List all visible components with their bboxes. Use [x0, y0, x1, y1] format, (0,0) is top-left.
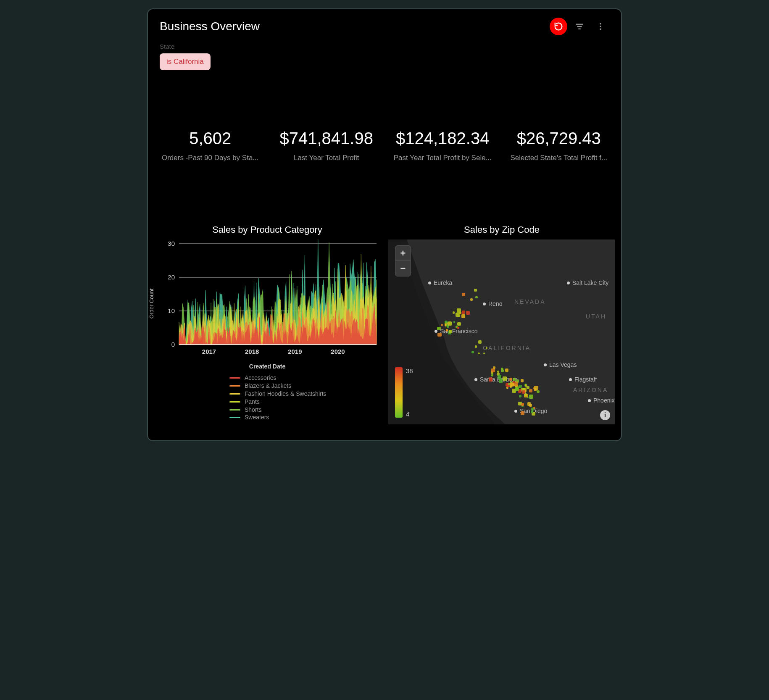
svg-text:2020: 2020 [331, 348, 345, 355]
svg-point-4 [600, 26, 601, 27]
svg-text:10: 10 [168, 307, 175, 314]
zip-dot [474, 289, 477, 291]
legend-label: Fashion Hoodies & Sweatshirts [245, 390, 327, 398]
state-label: ARIZONA [573, 387, 608, 393]
svg-text:20: 20 [168, 274, 175, 281]
legend-label: Sweaters [245, 413, 269, 421]
svg-text:30: 30 [168, 240, 175, 247]
refresh-icon [554, 22, 563, 31]
zip-dot [478, 340, 482, 344]
zip-dot [453, 311, 455, 314]
map-zoom-in-button[interactable]: + [395, 246, 411, 261]
zip-dot [509, 378, 512, 381]
legend-item[interactable]: Pants [229, 398, 381, 406]
city-label: Phoenix [588, 397, 615, 404]
legend-swatch [229, 377, 240, 379]
zip-dot [462, 293, 465, 296]
filter-button[interactable] [571, 18, 588, 35]
kpi-caption: Orders -Past 90 Days by Sta... [155, 154, 265, 162]
kpi-value: $124,182.34 [384, 129, 501, 148]
zip-dot [529, 389, 532, 392]
zip-dot [478, 353, 480, 355]
filter-chip-state[interactable]: is California [160, 53, 211, 70]
header: Business Overview [148, 9, 621, 35]
area-chart[interactable]: Order Count 01020302017201820192020 [154, 239, 381, 361]
zip-dot [461, 314, 465, 318]
kpi-selected-state-profit[interactable]: $26,729.43 Selected State's Total Profit… [501, 129, 617, 162]
zip-dot [493, 366, 495, 369]
legend-item[interactable]: Shorts [229, 406, 381, 414]
city-label: Salt Lake City [567, 279, 608, 286]
zip-dot [521, 403, 524, 406]
chart-panels-row: Sales by Product Category Order Count 01… [154, 224, 615, 434]
zip-dot [499, 379, 503, 383]
svg-point-3 [600, 23, 601, 25]
zip-dot [527, 402, 531, 405]
zip-dot [522, 390, 526, 394]
zip-dot [453, 321, 455, 323]
legend-item[interactable]: Blazers & Jackets [229, 382, 381, 390]
info-icon: i [604, 411, 606, 419]
svg-text:2018: 2018 [245, 348, 259, 355]
zip-dot [491, 374, 493, 376]
legend-label: Accessories [245, 374, 276, 382]
legend-high-value: 38 [406, 367, 413, 374]
svg-text:2017: 2017 [202, 348, 216, 355]
zip-dot [457, 308, 461, 313]
map-info-button[interactable]: i [600, 410, 610, 420]
zip-dot [445, 321, 448, 324]
zip-dot [503, 376, 507, 381]
legend-label: Shorts [245, 406, 261, 414]
panel-sales-by-zip: Sales by Zip Code + − NEVADA CALIFORNIA … [388, 224, 615, 434]
zip-dot [527, 386, 529, 389]
state-label: NEVADA [514, 298, 546, 305]
kpi-caption: Selected State's Total Profit f... [504, 154, 614, 162]
zip-dot [525, 384, 527, 386]
zip-dot [521, 411, 524, 415]
zip-dot [515, 387, 519, 391]
kpi-value: 5,602 [152, 129, 269, 148]
gradient-bar [395, 367, 403, 418]
legend-item[interactable]: Sweaters [229, 413, 381, 421]
zip-code-map[interactable]: + − NEVADA CALIFORNIA UTAH ARIZONA Eurek… [388, 239, 615, 424]
map-zoom-control: + − [395, 245, 411, 276]
svg-point-5 [600, 29, 601, 30]
legend-item[interactable]: Fashion Hoodies & Sweatshirts [229, 390, 381, 398]
zip-dot [510, 385, 512, 387]
zip-dot [521, 379, 524, 382]
kpi-past-year-profit-selected[interactable]: $124,182.34 Past Year Total Profit by Se… [384, 129, 501, 162]
zip-dot [524, 393, 527, 396]
zip-dot [446, 324, 448, 326]
city-label: Reno [483, 300, 502, 307]
kpi-orders-90-days[interactable]: 5,602 Orders -Past 90 Days by Sta... [152, 129, 269, 162]
zip-dot [531, 411, 533, 413]
panel-sales-by-category: Sales by Product Category Order Count 01… [154, 224, 381, 434]
area-chart-svg: 01020302017201820192020 [154, 239, 381, 361]
svg-rect-2 [578, 29, 581, 29]
state-label: UTAH [586, 313, 606, 320]
zip-dot [483, 353, 485, 354]
zip-dot [458, 316, 459, 317]
zip-dot [457, 322, 461, 326]
zip-dot [437, 333, 441, 337]
kpi-last-year-profit[interactable]: $741,841.98 Last Year Total Profit [269, 129, 385, 162]
legend-low-value: 4 [406, 411, 413, 418]
city-label: Eureka [428, 279, 452, 286]
legend-item[interactable]: Accessories [229, 374, 381, 382]
kpi-value: $26,729.43 [501, 129, 617, 148]
zip-dot [462, 311, 465, 314]
overflow-menu-button[interactable] [592, 18, 609, 35]
map-zoom-out-button[interactable]: − [395, 261, 411, 276]
legend-label: Blazers & Jackets [245, 382, 291, 390]
legend-label: Pants [245, 398, 260, 406]
page-title: Business Overview [160, 20, 546, 33]
refresh-button[interactable] [550, 18, 567, 35]
state-label: CALIFORNIA [483, 345, 531, 351]
zip-dot [457, 327, 459, 329]
city-label: Las Vegas [544, 361, 577, 368]
more-vertical-icon [596, 22, 605, 31]
zip-dot [505, 368, 508, 372]
zip-dot [475, 296, 478, 299]
filter-area: State is California [148, 35, 621, 70]
chart-x-axis-label: Created Date [154, 363, 381, 370]
